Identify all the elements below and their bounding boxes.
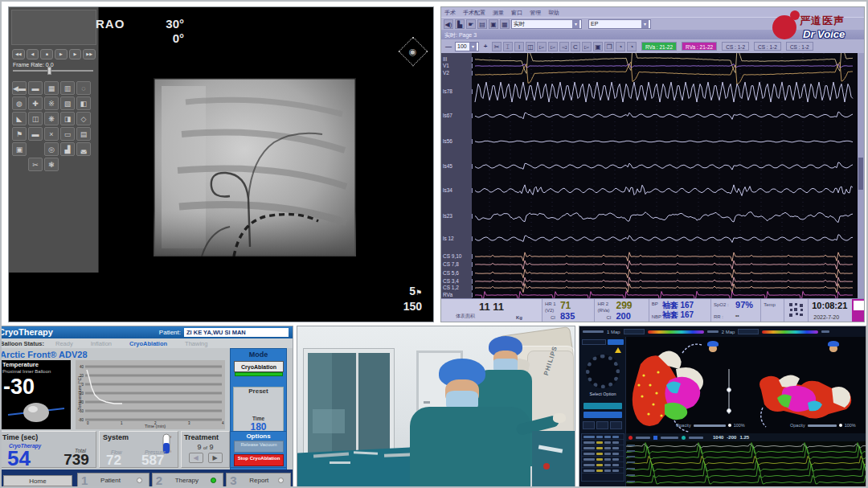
toolbar-icon[interactable]: ▦ — [500, 19, 510, 29]
map1-select[interactable] — [624, 329, 645, 334]
folder2-icon[interactable]: ▬ — [28, 127, 43, 141]
hand-icon[interactable]: ❋ — [44, 112, 59, 125]
jump-first-button[interactable]: ◀◀ — [12, 49, 25, 59]
channel-label[interactable]: ls 12 — [443, 236, 454, 241]
frame-rate-slider[interactable] — [13, 70, 93, 72]
select-option-dial[interactable] — [586, 355, 620, 388]
channel-label[interactable]: RVa — [443, 292, 452, 297]
trace-toolbar-icon[interactable]: ◔ — [616, 42, 625, 51]
toolbar-icon[interactable]: ▙ — [455, 19, 465, 29]
sidebar-search-input[interactable] — [582, 339, 606, 345]
image-grid-icon[interactable]: ▥ — [60, 81, 75, 95]
wrench-icon[interactable]: ✂ — [28, 158, 43, 171]
zoom-in-button[interactable]: + — [481, 42, 490, 51]
trace-toolbar-icon[interactable]: C — [571, 42, 580, 51]
folder-icon[interactable]: ▬ — [28, 81, 43, 95]
sidebar-action-button[interactable] — [608, 339, 624, 345]
menu-item[interactable]: 管理 — [530, 9, 541, 15]
channel-label[interactable]: CS 3,4 — [443, 278, 459, 284]
tab-patient[interactable]: 1 Patient — [77, 473, 149, 487]
trace-toolbar-icon[interactable]: ⌶ — [503, 42, 513, 51]
channel-label[interactable]: ls56 — [443, 138, 452, 144]
eye-view-icon[interactable]: ◉ — [399, 37, 428, 67]
cryoablation-mode-button[interactable]: CryoAblation — [234, 361, 284, 372]
chevron-down-icon[interactable]: ▾ — [572, 20, 579, 28]
stop-button[interactable]: ■ — [40, 49, 53, 59]
trace-toolbar-icon[interactable]: ▣ — [593, 42, 603, 51]
tag-table-row[interactable] — [582, 440, 624, 445]
trace-toolbar-icon[interactable]: ◫ — [526, 42, 535, 51]
stop-cryoablation-button[interactable]: Stop CryoAblation — [234, 454, 284, 466]
map1-color-scale[interactable] — [648, 330, 704, 334]
menu-item[interactable]: 帮助 — [548, 9, 559, 15]
trace-scrollbar[interactable] — [858, 53, 864, 300]
series-grid-icon[interactable]: ▦ — [44, 81, 59, 95]
menu-item[interactable]: 手术 — [444, 9, 456, 15]
channel-label[interactable]: III — [443, 56, 447, 62]
spark-icon[interactable]: ※ — [44, 96, 59, 110]
trace-toolbar-icon[interactable]: ▻ — [582, 42, 592, 51]
chart-icon[interactable]: ▟ — [60, 142, 75, 156]
channel-label[interactable]: CS 7,8 — [443, 261, 459, 267]
tab-therapy[interactable]: 2 Therapy — [152, 473, 224, 487]
grid-button[interactable] — [583, 421, 595, 429]
toolbar-icon[interactable]: ▣ — [489, 19, 498, 29]
channel-label[interactable]: V2 — [443, 70, 449, 76]
frame-rate-slider-thumb[interactable] — [47, 67, 51, 75]
map2-select[interactable] — [738, 329, 759, 334]
trace-toolbar-icon[interactable]: ◅ — [559, 42, 569, 51]
frames-icon[interactable]: ▧ — [60, 96, 75, 110]
treatment-prev-button[interactable]: ◀ — [189, 453, 203, 463]
tab-report[interactable]: 3 Report — [226, 473, 291, 487]
channel-chip[interactable]: RVa : 21-22 — [641, 42, 677, 51]
menu-item[interactable]: 窗口 — [511, 9, 522, 15]
trace-toolbar-icon[interactable]: I — [514, 42, 524, 51]
map-action-button-1[interactable] — [583, 403, 622, 409]
pointer-icon[interactable]: ◣ — [12, 112, 27, 125]
print-icon[interactable]: ❃ — [44, 158, 59, 171]
tag-table-row[interactable] — [582, 445, 624, 451]
camera-icon[interactable]: ◎ — [44, 142, 59, 156]
chevron-down-icon[interactable]: ▾ — [641, 20, 649, 28]
grid-button[interactable] — [596, 421, 608, 429]
sweep-speed-select[interactable]: 100▾ — [455, 42, 479, 51]
toolbar-icon[interactable]: ◀) — [444, 19, 453, 29]
channel-label[interactable]: ls23 — [443, 213, 452, 219]
channel-label[interactable]: CS 5,6 — [443, 270, 459, 276]
toolbar-icon[interactable]: ☛ — [466, 19, 476, 29]
home-button[interactable]: Home — [3, 475, 72, 486]
trace-toolbar-icon[interactable]: ▻ — [537, 42, 547, 51]
trace-toolbar-icon[interactable]: ◔ — [627, 42, 637, 51]
patient-name-field[interactable]: ZI KE YA,WU SI MAN — [184, 328, 289, 337]
play-button[interactable]: ▶ — [55, 49, 68, 59]
toolbar-icon[interactable]: ▤ — [477, 19, 487, 29]
mode-select[interactable]: 实时▾ — [511, 19, 582, 29]
signal-select[interactable]: EP▾ — [588, 19, 651, 29]
close-icon[interactable]: × — [44, 127, 59, 141]
channel-label[interactable]: V1 — [443, 63, 449, 68]
channel-label[interactable]: CS 1,2 — [443, 285, 459, 290]
tag-table-row[interactable] — [582, 451, 624, 457]
treatment-next-button[interactable]: ▶ — [208, 453, 223, 463]
map2-color-scale[interactable] — [762, 330, 818, 334]
menu-item[interactable]: 手术配置 — [463, 9, 485, 15]
flag-icon[interactable]: ⚑ — [12, 127, 27, 141]
map-action-button-2[interactable] — [583, 412, 622, 418]
grid-button[interactable] — [610, 421, 622, 429]
channel-label[interactable]: CS 9,10 — [443, 253, 462, 259]
channel-label[interactable]: ls45 — [443, 163, 452, 169]
measure-icon[interactable]: ▭ — [60, 127, 75, 141]
ellipse-icon[interactable]: ◌ — [76, 81, 91, 95]
jump-last-button[interactable]: ▶▶ — [83, 49, 96, 59]
contrast-icon[interactable]: ◧ — [76, 96, 91, 110]
release-vacuum-button[interactable]: Release Vacuum — [234, 441, 284, 453]
shutter-icon[interactable]: ◇ — [76, 112, 91, 125]
layers-icon[interactable]: ◫ — [28, 112, 43, 125]
export-icon[interactable]: ◛ — [76, 142, 91, 156]
trace-toolbar-icon[interactable]: ✂ — [492, 42, 502, 51]
channel-label[interactable]: ls78 — [443, 88, 452, 94]
step-forward-button[interactable]: ▶ — [69, 49, 82, 59]
trace-toolbar-icon[interactable]: ❐ — [604, 42, 614, 51]
trace-toolbar-icon[interactable]: ▻ — [548, 42, 558, 51]
step-back-button[interactable]: ◀ — [27, 49, 39, 59]
